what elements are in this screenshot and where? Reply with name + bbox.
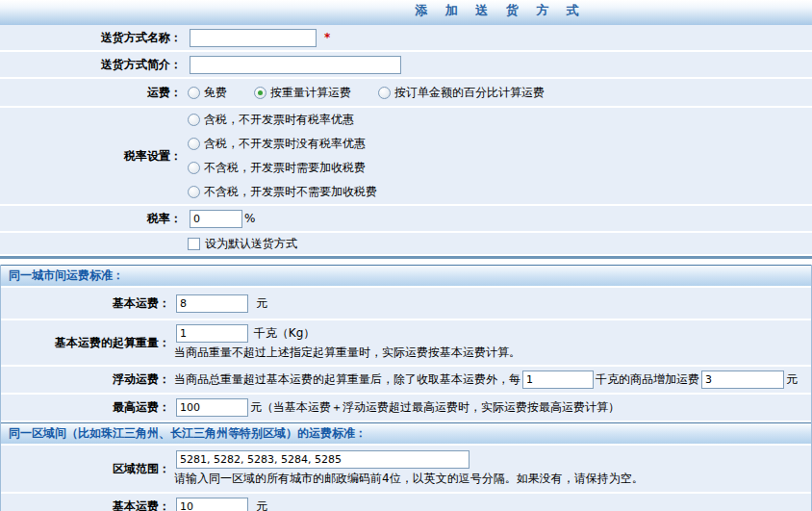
region-range-input[interactable] [176,450,469,469]
shipping-method-form: 送货方式名称： * 送货方式简介： 运费： 免费 按重量计算运费 [0,25,812,254]
tax-rate-unit: % [244,212,255,225]
radio-label: 不含税，开发票时不需要加收税费 [204,180,377,204]
freight-option-free[interactable]: 免费 [188,85,227,101]
tax-rate-input[interactable] [190,210,242,228]
row-start-weight: 基本运费的起算重量： 千克（Kg） 当商品重量不超过上述指定起算重量时，实际运费… [1,320,811,365]
add-shipping-method-page: 添 加 送 货 方 式 送货方式名称： * 送货方式简介： 运费： 免费 [0,0,812,511]
checkbox-label: 设为默认送货方式 [205,236,297,252]
start-weight-label: 基本运费的起算重量： [1,335,174,351]
tax-rate-label: 税率： [0,211,188,227]
floating-add-fee-input[interactable] [701,370,784,389]
city-basic-fee-input[interactable] [176,294,248,313]
radio-icon[interactable] [188,162,200,174]
row-region-range: 区域范围： 请输入同一区域的所有城市的邮政编码前4位，以英文的逗号分隔。如果没有… [1,446,811,492]
name-label: 送货方式名称： [0,30,188,46]
form-row-default: 设为默认送货方式 [0,233,812,254]
start-weight-unit: 千克（Kg） [254,326,316,340]
freight-option-by-weight[interactable]: 按重量计算运费 [254,85,351,101]
radio-icon[interactable] [254,87,266,99]
basic-fee-unit: 元 [256,295,267,312]
tax-option-incl-discount[interactable]: 含税，不开发票时有税率优惠 [188,108,354,132]
required-asterisk: * [324,31,330,44]
radio-icon[interactable] [188,186,200,198]
shipping-desc-input[interactable] [190,56,401,74]
form-row-tax-rate: 税率： % [0,206,812,231]
radio-label: 不含税，开发票时需要加收税费 [204,156,366,180]
tax-setting-label: 税率设置： [0,148,188,165]
radio-label: 免费 [204,85,227,101]
floating-per-weight-input[interactable] [522,370,594,389]
region-range-note: 请输入同一区域的所有城市的邮政编码前4位，以英文的逗号分隔。如果没有，请保持为空… [174,469,644,488]
city-section-title: 同一城市间运费标准： [1,265,811,286]
floating-fee-label: 浮动运费： [1,371,174,388]
tax-option-excl-add-tax[interactable]: 不含税，开发票时需要加收税费 [188,156,366,180]
row-floating-fee: 浮动运费： 当商品总重量超过基本运费的起算重量后，除了收取基本运费外，每 千克的… [1,367,811,393]
max-fee-label: 最高运费： [1,399,174,416]
max-fee-note: 元（当基本运费＋浮动运费超过最高运费时，实际运费按最高运费计算） [250,399,620,416]
form-row-desc: 送货方式简介： [0,52,812,77]
section-divider [0,256,812,259]
start-weight-note: 当商品重量不超过上述指定起算重量时，实际运费按基本运费计算。 [174,343,520,362]
radio-label: 含税，不开发票时没有税率优惠 [204,132,366,156]
radio-label: 按重量计算运费 [270,85,351,101]
radio-icon[interactable] [188,114,200,126]
radio-icon[interactable] [378,87,391,99]
tax-option-incl-no-discount[interactable]: 含税，不开发票时没有税率优惠 [188,132,366,156]
desc-label: 送货方式简介： [0,57,188,73]
radio-label: 按订单金额的百分比计算运费 [394,85,545,101]
form-row-freight: 运费： 免费 按重量计算运费 按订单金额的百分比计算运费 [0,79,812,106]
form-row-tax-setting: 税率设置： 含税，不开发票时有税率优惠 含税，不开发票时没有税率优惠 不含税，开… [0,108,812,204]
basic-fee-label: 基本运费： [1,295,174,312]
floating-fee-text-after: 元 [786,371,798,388]
form-row-name: 送货方式名称： * [0,25,812,50]
freight-label: 运费： [0,85,188,101]
region-basic-fee-input[interactable] [176,498,248,511]
radio-icon[interactable] [188,87,200,99]
radio-label: 含税，不开发票时有税率优惠 [204,108,354,132]
radio-icon[interactable] [188,138,200,150]
freight-standards-section: 同一城市间运费标准： 基本运费： 元 基本运费的起算重量： 千克（Kg） 当商品… [0,265,812,511]
region-basic-fee-label: 基本运费： [1,498,174,511]
page-header: 添 加 送 货 方 式 [0,0,812,25]
region-range-label: 区域范围： [1,461,174,477]
checkbox-icon[interactable] [188,238,200,250]
page-title: 添 加 送 货 方 式 [94,0,812,21]
tax-option-excl-no-add-tax[interactable]: 不含税，开发票时不需要加收税费 [188,180,377,204]
start-weight-input[interactable] [176,324,248,343]
region-section-title: 同一区域间（比如珠江三角州、长江三角州等特别区域）的运费标准： [1,422,811,444]
floating-fee-text-before: 当商品总重量超过基本运费的起算重量后，除了收取基本运费外，每 [174,371,520,388]
row-city-basic-fee: 基本运费： 元 [1,288,811,319]
freight-option-by-percent[interactable]: 按订单金额的百分比计算运费 [378,85,545,101]
max-fee-input[interactable] [176,398,248,417]
row-region-basic-fee: 基本运费： 元 [1,494,811,511]
region-basic-fee-unit: 元 [256,498,267,511]
shipping-name-input[interactable] [190,29,317,47]
floating-fee-text-middle: 千克的商品增加运费 [596,371,699,388]
row-max-fee: 最高运费： 元（当基本运费＋浮动运费超过最高运费时，实际运费按最高运费计算） [1,395,811,421]
default-shipping-checkbox[interactable]: 设为默认送货方式 [188,236,297,252]
